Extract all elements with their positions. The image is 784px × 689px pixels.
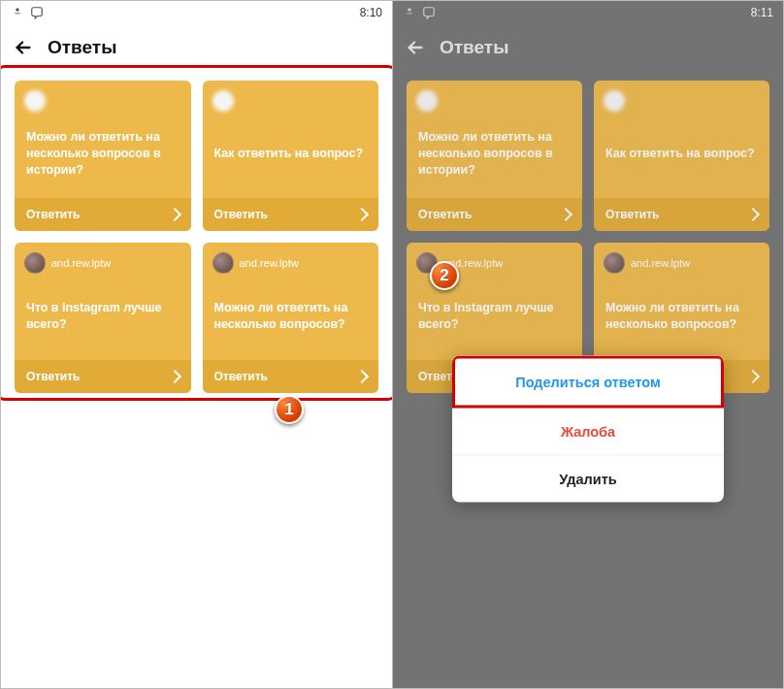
card-question: Можно ли ответить на несколько вопросов? <box>203 279 379 360</box>
status-bar: 8:11 <box>393 1 783 24</box>
chevron-right-icon <box>559 208 572 221</box>
answer-card[interactable]: and.rew.lptw Что в Instagram лучше всего… <box>15 243 191 393</box>
avatar-icon <box>604 90 625 112</box>
avatar-icon <box>604 252 625 274</box>
avatar-icon <box>212 252 234 274</box>
avatar-icon <box>24 90 46 112</box>
report-button[interactable]: Жалоба <box>452 408 724 455</box>
chevron-right-icon <box>355 208 369 221</box>
annotation-badge-1: 1 <box>275 395 304 424</box>
answers-grid: Можно ли ответить на несколько вопросов … <box>407 81 769 393</box>
avatar-icon <box>416 90 438 112</box>
chevron-right-icon <box>167 208 180 221</box>
avatar-icon <box>212 90 234 112</box>
answer-button[interactable]: Ответить <box>203 198 379 231</box>
page-title: Ответы <box>48 37 116 58</box>
answer-label: Ответить <box>26 370 80 383</box>
chevron-right-icon <box>746 208 760 221</box>
card-question: Как ответить на вопрос? <box>203 117 379 198</box>
answer-card[interactable]: and.rew.lptw Можно ли ответить на нескол… <box>203 243 379 393</box>
content-area: Можно ли ответить на несколько вопросов … <box>1 71 392 688</box>
viber-icon <box>422 6 436 19</box>
answer-button[interactable]: Ответить <box>594 198 769 231</box>
card-head <box>203 81 379 117</box>
status-bar: 8:10 <box>1 1 392 24</box>
answer-button[interactable]: Ответить <box>203 360 379 393</box>
card-question: Что в Instagram лучше всего? <box>15 279 191 360</box>
ok-icon <box>11 6 24 19</box>
answer-label: Ответить <box>418 208 472 221</box>
share-answer-button[interactable]: Поделиться ответом <box>452 355 724 408</box>
app-header: Ответы <box>393 24 783 71</box>
card-question: Можно ли ответить на несколько вопросов … <box>15 117 191 198</box>
card-question: Можно ли ответить на несколько вопросов? <box>594 279 769 360</box>
card-username: and.rew.lptw <box>51 257 111 269</box>
back-arrow-icon[interactable] <box>13 37 34 58</box>
card-username: and.rew.lptw <box>631 257 690 269</box>
phone-left: 8:10 Ответы Можно ли ответить на несколь… <box>1 1 392 688</box>
status-icons-left <box>403 6 436 19</box>
card-question: Можно ли ответить на несколько вопросов … <box>407 117 582 198</box>
phone-right: 8:11 Ответы Можно ли ответить на несколь… <box>392 1 783 688</box>
answer-label: Ответить <box>26 208 80 221</box>
status-time: 8:11 <box>751 6 773 19</box>
answer-button[interactable]: Ответить <box>407 198 582 231</box>
ok-icon <box>403 6 416 19</box>
status-icons-left <box>11 6 44 19</box>
answer-label: Ответить <box>214 208 268 221</box>
back-arrow-icon[interactable] <box>405 37 426 58</box>
app-header: Ответы <box>1 24 392 71</box>
chevron-right-icon <box>355 370 369 383</box>
answer-label: Ответить <box>214 370 268 383</box>
svg-point-0 <box>16 8 19 12</box>
card-question: Как ответить на вопрос? <box>594 117 769 198</box>
chevron-right-icon <box>167 370 180 383</box>
viber-icon <box>30 6 44 19</box>
annotation-badge-2: 2 <box>430 261 459 290</box>
delete-button[interactable]: Удалить <box>452 455 724 502</box>
card-head: and.rew.lptw <box>203 243 379 279</box>
avatar-icon <box>24 252 46 274</box>
status-time: 8:10 <box>360 6 382 19</box>
answer-card[interactable]: Можно ли ответить на несколько вопросов … <box>15 81 191 231</box>
svg-point-1 <box>408 8 411 12</box>
answers-grid: Можно ли ответить на несколько вопросов … <box>15 81 378 393</box>
answer-card[interactable]: Можно ли ответить на несколько вопросов … <box>407 81 582 231</box>
card-username: and.rew.lptw <box>240 257 299 269</box>
card-question: Что в Instagram лучше всего? <box>407 279 582 360</box>
answer-card[interactable]: Как ответить на вопрос? Ответить <box>594 81 769 231</box>
content-area: Можно ли ответить на несколько вопросов … <box>393 71 783 688</box>
card-head <box>15 81 191 117</box>
card-head: and.rew.lptw <box>15 243 191 279</box>
answer-card[interactable]: Как ответить на вопрос? Ответить <box>203 81 379 231</box>
answer-button[interactable]: Ответить <box>15 360 191 393</box>
answer-button[interactable]: Ответить <box>15 198 191 231</box>
answer-label: Ответить <box>605 208 659 221</box>
chevron-right-icon <box>746 370 760 383</box>
page-title: Ответы <box>440 37 508 58</box>
action-sheet: Поделиться ответом Жалоба Удалить <box>452 355 724 502</box>
